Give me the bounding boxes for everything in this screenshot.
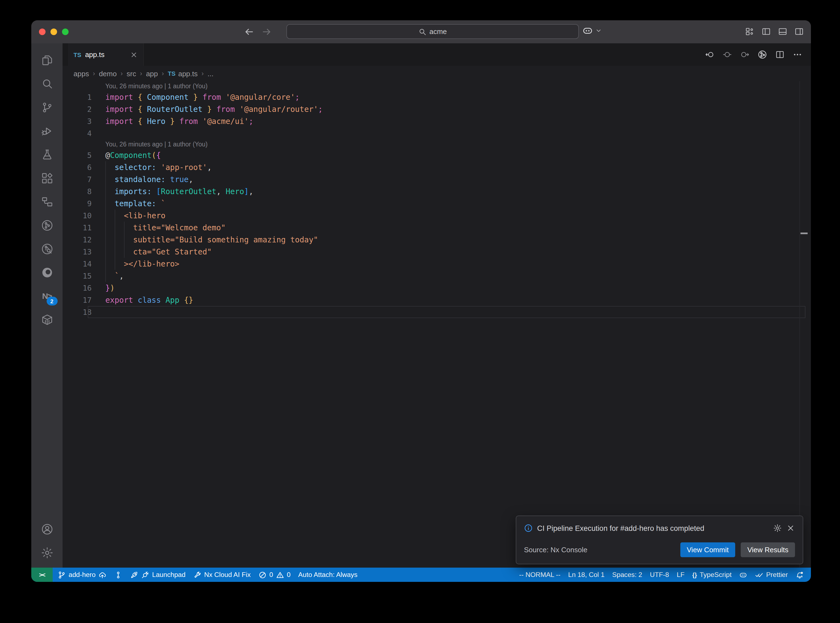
notification-close-icon[interactable] [786,524,795,532]
search24-icon [40,77,54,90]
code-line-17: 17export class App {} [63,294,811,306]
indent-guide [105,161,106,282]
history-nav [244,27,272,37]
split-editor-icon[interactable] [775,50,785,59]
breadcrumb-item[interactable]: demo [99,69,117,78]
code-line-6: 6 selector: 'app-root', [63,161,811,173]
breadcrumb-separator: › [93,70,95,77]
breadcrumb-item[interactable]: src [126,69,136,78]
breadcrumb: apps›demo›src›app›TSapp.ts›... [63,66,811,81]
line-number: 5 [63,149,92,161]
window-minimize-button[interactable] [51,29,57,35]
git-blame-annotation[interactable]: You, 26 minutes ago | 1 author (You) [63,139,811,149]
activity-run-and-debug[interactable] [35,119,59,143]
line-number: 9 [63,198,92,210]
search-value: acme [429,28,447,36]
window-close-button[interactable] [39,29,46,35]
activity-nx-console[interactable]: N>2 [35,284,59,308]
code-line-15: 15 `, [63,270,811,282]
activity-extensions[interactable] [35,166,59,190]
status-problems[interactable]: 00 [255,568,294,582]
remote-indicator[interactable]: >< [31,568,53,582]
activity-source-control[interactable] [35,95,59,119]
status-end-of-line[interactable]: LF [673,568,689,582]
code-line-5: 5@Component({ [63,149,811,161]
activity-explorer[interactable] [35,48,59,72]
notification-title: CI Pipeline Execution for #add-hero has … [537,524,769,532]
git-blame-annotation[interactable]: You, 26 minutes ago | 1 author (You) [63,81,811,91]
activity-gitlens[interactable] [35,213,59,237]
status-notifications-bell[interactable] [792,568,808,582]
view-commit-button[interactable]: View Commit [680,542,736,557]
activity-search[interactable] [35,72,59,95]
command-center-search[interactable]: acme [286,24,579,39]
activity-testing[interactable] [35,143,59,166]
rocket-icon [130,571,138,579]
tab-app-ts[interactable]: TS app.ts [68,43,144,66]
info-icon [524,524,533,532]
current-line-highlight [88,306,805,318]
gitlens-icon [40,219,54,232]
status-encoding[interactable]: UTF-8 [646,568,673,582]
copilot-menu[interactable] [582,25,602,36]
status-language-mode[interactable]: {}TypeScript [688,568,735,582]
scm-icon [40,101,54,114]
status-formatter-prettier[interactable]: Prettier [751,568,792,582]
line-number: 18 [63,306,92,318]
typescript-file-icon: TS [168,70,175,77]
status-git-branch[interactable]: add-hero [54,568,110,582]
git-branch-icon [58,571,66,579]
activity-edge-browser[interactable] [35,261,59,284]
status-auto-attach[interactable]: Auto Attach: Always [294,568,361,582]
containers-icon [40,313,54,326]
status-vim-mode[interactable]: -- NORMAL -- [515,568,564,582]
beaker-icon [40,148,54,161]
breadcrumb-item[interactable]: TSapp.ts [168,69,198,78]
window-zoom-button[interactable] [62,29,69,35]
overview-ruler [799,81,800,568]
code-editor[interactable]: You, 26 minutes ago | 1 author (You)1imp… [63,81,811,568]
line-number: 2 [63,103,92,115]
hierarchy-icon [40,195,54,208]
breadcrumb-separator: › [140,70,142,77]
toggle-panel-button[interactable] [778,27,787,36]
breadcrumb-item[interactable]: ... [208,69,214,78]
previous-change-icon[interactable] [705,50,714,59]
activity-gitlens-search-compare[interactable] [35,237,59,261]
tab-bar: TS app.ts [63,43,811,66]
next-change-icon[interactable] [740,50,749,59]
customize-layout-button[interactable] [745,27,754,36]
titlebar: acme [31,20,811,43]
gitlens-commit-graph-icon[interactable] [758,50,767,59]
compare-change-icon[interactable] [723,50,732,59]
code-line-7: 7 standalone: true, [63,173,811,186]
toggle-secondary-sidebar-button[interactable] [794,27,804,36]
activity-containers[interactable] [35,308,59,331]
status-gitlens-launchpad[interactable]: Launchpad [126,568,189,582]
close-tab-icon[interactable] [130,51,138,58]
more-actions-icon[interactable] [793,50,802,59]
activity-manage-settings[interactable] [35,541,59,564]
code-line-16: 16}) [63,282,811,294]
edge-icon [40,266,54,279]
debug-icon [40,124,54,137]
line-number: 13 [63,246,92,258]
breadcrumb-item[interactable]: app [146,69,158,78]
status-cursor-position[interactable]: Ln 18, Col 1 [564,568,608,582]
check-double-icon [755,571,763,579]
notification-settings-icon[interactable] [773,524,782,532]
breadcrumb-separator: › [202,70,204,77]
status-copilot-status[interactable] [736,568,751,582]
status-nx-cloud-ai-fix[interactable]: Nx Cloud AI Fix [189,568,255,582]
activity-project-hierarchy[interactable] [35,190,59,213]
go-forward-icon[interactable] [262,27,272,37]
status-gitlens-commits[interactable] [110,568,126,582]
status-indentation[interactable]: Spaces: 2 [608,568,646,582]
breadcrumb-separator: › [120,70,123,77]
activity-accounts[interactable] [35,517,59,541]
go-back-icon[interactable] [244,27,254,37]
window-controls [39,29,69,35]
toggle-primary-sidebar-button[interactable] [762,27,771,36]
breadcrumb-item[interactable]: apps [74,69,89,78]
view-results-button[interactable]: View Results [741,542,795,557]
